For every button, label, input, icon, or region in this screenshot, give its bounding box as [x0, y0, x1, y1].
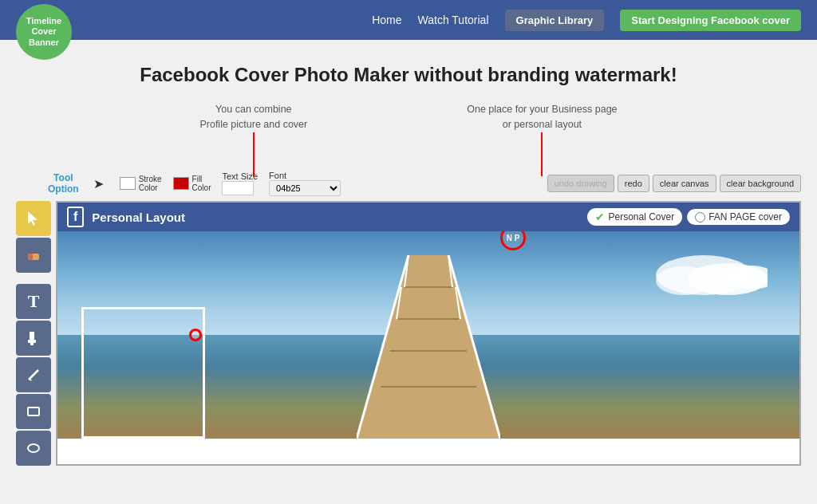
fill-label: Fill Color: [192, 175, 211, 192]
fb-icon: f: [67, 207, 84, 227]
arrow-line-left: [253, 132, 255, 176]
canvas-panel: f Personal Layout ✔ Personal Cover FAN P…: [56, 201, 801, 466]
fan-page-label: FAN PAGE cover: [708, 211, 782, 222]
profile-overlay: [81, 307, 205, 439]
arrow-line-right: [541, 132, 543, 176]
svg-marker-0: [28, 211, 37, 226]
redo-button[interactable]: redo: [618, 175, 649, 192]
svg-rect-3: [30, 332, 34, 340]
font-select[interactable]: 04b25: [269, 180, 341, 196]
toolbar: Tool Option ➤ Stroke Color Fill Color Te…: [0, 166, 817, 201]
nav: Home Watch Tutorial Graphic Library Star…: [372, 10, 801, 31]
annotation-left: You can combine Profile picture and cove…: [199, 102, 307, 132]
stroke-label: Stroke Color: [139, 175, 162, 192]
page-title: Facebook Cover Photo Maker without brand…: [0, 64, 817, 86]
fill-color-group: Fill Color: [173, 175, 211, 192]
svg-rect-5: [30, 341, 34, 345]
rect-tool-button[interactable]: [16, 394, 51, 429]
logo[interactable]: TimelineCoverBanner: [16, 4, 72, 60]
fill-swatch[interactable]: [173, 177, 189, 190]
start-button[interactable]: Start Designing Facebook cover: [620, 10, 801, 31]
clear-canvas-button[interactable]: clear canvas: [653, 175, 716, 192]
tool-option-label: Tool Option: [48, 172, 79, 195]
left-toolbar: T: [16, 201, 56, 466]
canvas-area: T: [16, 201, 801, 466]
undo-button[interactable]: undo drawing: [547, 175, 614, 192]
text-icon: T: [28, 291, 40, 312]
arrow-icon: ➤: [93, 176, 104, 191]
svg-rect-2: [28, 254, 33, 260]
home-link[interactable]: Home: [372, 14, 401, 26]
tutorial-link[interactable]: Watch Tutorial: [418, 14, 489, 26]
personal-cover-option[interactable]: ✔ Personal Cover: [587, 208, 682, 226]
svg-rect-9: [28, 408, 39, 415]
fb-layout-title: Personal Layout: [92, 211, 185, 224]
pencil-tool-button[interactable]: [16, 357, 51, 392]
svg-point-10: [28, 444, 39, 452]
shape-tool-button[interactable]: [16, 321, 51, 356]
select-tool-button[interactable]: [16, 201, 51, 236]
pier: [357, 255, 500, 439]
stroke-swatch[interactable]: [120, 177, 136, 190]
stroke-color-group: Stroke Color: [120, 175, 162, 192]
clear-background-button[interactable]: clear background: [720, 175, 801, 192]
check-icon: ✔: [595, 211, 605, 223]
clouds: [608, 247, 768, 306]
fb-header: f Personal Layout ✔ Personal Cover FAN P…: [57, 203, 799, 231]
annotation-right: One place for your Business page or pers…: [467, 102, 617, 132]
crosshair-dot-left: [189, 329, 202, 341]
annotations: You can combine Profile picture and cove…: [0, 102, 817, 166]
svg-point-13: [656, 266, 712, 295]
fan-page-option[interactable]: FAN PAGE cover: [687, 209, 790, 225]
library-button[interactable]: Graphic Library: [505, 10, 605, 31]
fan-page-radio[interactable]: [695, 212, 705, 222]
text-tool-button[interactable]: T: [16, 284, 51, 319]
logo-text: TimelineCoverBanner: [26, 16, 61, 48]
svg-marker-15: [357, 255, 500, 439]
header: TimelineCoverBanner Home Watch Tutorial …: [0, 0, 817, 40]
layout-options: ✔ Personal Cover FAN PAGE cover: [587, 208, 790, 226]
cover-image[interactable]: N P: [57, 231, 799, 439]
eraser-tool-button[interactable]: [16, 238, 51, 273]
ellipse-tool-button[interactable]: [16, 431, 51, 466]
personal-cover-label: Personal Cover: [608, 211, 674, 222]
text-size-input[interactable]: [222, 181, 254, 195]
action-buttons: undo drawing redo clear canvas clear bac…: [547, 175, 801, 192]
